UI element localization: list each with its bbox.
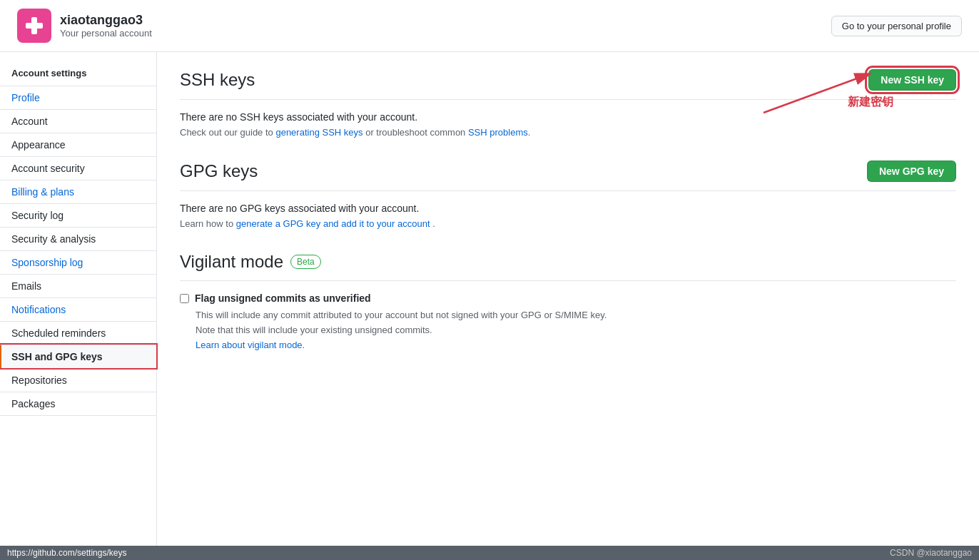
status-bar: https://github.com/settings/keys CSDN @x…	[0, 546, 979, 560]
gpg-section-title: GPG keys	[180, 161, 258, 181]
avatar	[17, 9, 51, 43]
username-label: xiaotanggao3	[60, 13, 152, 28]
sidebar-item-ssh-gpg[interactable]: SSH and GPG keys	[0, 345, 156, 368]
top-bar: xiaotanggao3 Your personal account Go to…	[0, 0, 979, 52]
layout: Account settings Profile Account Appeara…	[0, 52, 979, 560]
vigilant-desc-2: Note that this will include your existin…	[196, 325, 956, 335]
gpg-empty-text: There are no GPG keys associated with yo…	[180, 203, 956, 214]
vigilant-learn-link[interactable]: Learn about vigilant mode.	[196, 340, 956, 350]
sidebar: Account settings Profile Account Appeara…	[0, 52, 157, 560]
sidebar-item-account-security[interactable]: Account security	[0, 156, 156, 180]
vigilant-section-title: Vigilant mode	[180, 252, 283, 272]
sidebar-item-packages[interactable]: Packages	[0, 392, 156, 416]
goto-profile-button[interactable]: Go to your personal profile	[831, 16, 962, 36]
ssh-keys-section: SSH keys New SSH key There are no SSH ke…	[180, 69, 956, 138]
sidebar-item-account[interactable]: Account	[0, 109, 156, 133]
gpg-keys-section: GPG keys New GPG key There are no GPG ke…	[180, 161, 956, 229]
user-info: xiaotanggao3 Your personal account	[60, 13, 152, 39]
sidebar-item-sponsorship-log[interactable]: Sponsorship log	[0, 250, 156, 274]
beta-badge: Beta	[290, 255, 321, 269]
user-info-section: xiaotanggao3 Your personal account	[17, 9, 152, 43]
vigilant-title-row: Vigilant mode Beta	[180, 252, 321, 272]
csdn-label: CSDN @xiaotanggao	[890, 548, 972, 558]
sidebar-item-appearance[interactable]: Appearance	[0, 133, 156, 156]
svg-rect-1	[26, 23, 43, 29]
vigilant-section-header: Vigilant mode Beta	[180, 252, 956, 281]
gpg-guide-text: Learn how to generate a GPG key and add …	[180, 218, 956, 229]
ssh-guide-link1[interactable]: generating SSH keys	[275, 127, 362, 138]
ssh-empty-text: There are no SSH keys associated with yo…	[180, 111, 956, 123]
new-ssh-key-button[interactable]: New SSH key	[868, 69, 956, 91]
account-subtitle: Your personal account	[60, 28, 152, 39]
sidebar-item-profile[interactable]: Profile	[0, 86, 156, 109]
gpg-guide-link[interactable]: generate a GPG key and add it to your ac…	[236, 218, 430, 229]
vigilant-mode-section: Vigilant mode Beta Flag unsigned commits…	[180, 252, 956, 350]
unsigned-commits-label[interactable]: Flag unsigned commits as unverified	[195, 292, 371, 304]
unsigned-commits-checkbox-row: Flag unsigned commits as unverified	[180, 292, 956, 304]
sidebar-item-emails[interactable]: Emails	[0, 274, 156, 297]
ssh-guide-link2[interactable]: SSH problems	[468, 127, 528, 138]
sidebar-item-security-log[interactable]: Security log	[0, 203, 156, 227]
sidebar-heading: Account settings	[0, 63, 156, 86]
ssh-guide-text: Check out our guide to generating SSH ke…	[180, 127, 956, 138]
sidebar-item-security-analysis[interactable]: Security & analysis	[0, 227, 156, 250]
sidebar-item-repositories[interactable]: Repositories	[0, 368, 156, 392]
sidebar-item-billing[interactable]: Billing & plans	[0, 180, 156, 203]
main-content: 新建密钥 SSH keys New SSH key There are no S…	[157, 52, 979, 560]
unsigned-commits-checkbox[interactable]	[180, 294, 189, 303]
ssh-section-title: SSH keys	[180, 70, 255, 90]
sidebar-item-notifications[interactable]: Notifications	[0, 297, 156, 321]
new-gpg-key-button[interactable]: New GPG key	[867, 161, 956, 182]
ssh-section-header: SSH keys New SSH key	[180, 69, 956, 100]
sidebar-item-scheduled-reminders[interactable]: Scheduled reminders	[0, 321, 156, 345]
status-url: https://github.com/settings/keys	[7, 548, 126, 558]
vigilant-desc-1: This will include any commit attributed …	[196, 310, 956, 320]
gpg-section-header: GPG keys New GPG key	[180, 161, 956, 191]
